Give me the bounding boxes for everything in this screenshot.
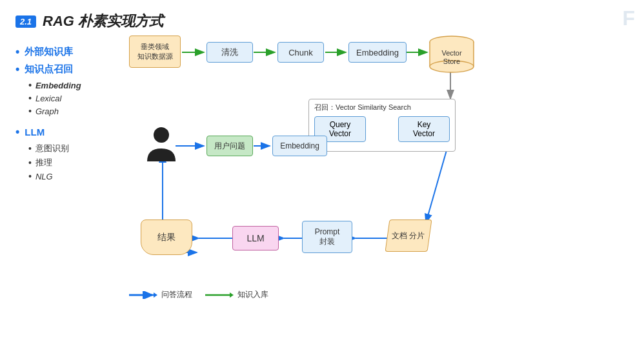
header: 2.1 RAG 朴素实现方式 [15,12,629,31]
arrows-svg [129,36,626,307]
box-doc-fragment: 文档 分片 [385,220,432,252]
bullet-knowledge-recall: 知识点召回 [15,63,125,76]
box-recall: 召回：Vector Similarity Search Query Vector… [308,99,456,152]
svg-marker-27 [154,292,157,298]
box-clean: 清洗 [206,42,253,63]
box-embedding-top: Embedding [348,42,407,63]
svg-point-24 [154,127,169,143]
box-source: 垂类领域 知识数据源 [129,36,181,68]
person-icon [143,126,179,168]
bullet-llm: LLM [15,125,125,139]
legend: 问答流程 知识入库 [129,289,268,300]
svg-text:Vector: Vector [441,49,462,57]
box-prompt: Prompt 封装 [302,221,352,253]
box-vector-store: Vector Store [427,36,476,73]
left-panel: 外部知识库 知识点召回 Embedding Lexical Graph LLM … [15,45,125,184]
bullet-lexical: Lexical [28,93,125,103]
svg-text:Store: Store [443,57,460,65]
diagram: 垂类领域 知识数据源 清洗 Chunk Embedding Vector Sto… [129,36,626,307]
box-user-question: 用户问题 [206,136,253,156]
section-badge: 2.1 [15,15,36,28]
box-chunk: Chunk [277,42,324,63]
bullet-external-kb: 外部知识库 [15,45,125,59]
slide: F 2.1 RAG 朴素实现方式 外部知识库 知识点召回 Embedding L… [0,0,644,337]
page-title: RAG 朴素实现方式 [43,12,163,31]
box-key-vector: Key Vector [398,116,450,142]
bullet-embedding: Embedding [28,80,125,90]
legend-kb: 知识入库 [205,289,268,300]
recall-title: 召回：Vector Similarity Search [314,103,411,112]
svg-marker-29 [230,292,234,298]
bullet-nlg: NLG [28,171,125,181]
bullet-intent: 意图识别 [28,143,125,154]
box-result: 结果 [141,220,192,255]
legend-qa: 问答流程 [129,289,192,300]
bullet-reasoning: 推理 [28,157,125,168]
bullet-graph: Graph [28,106,125,116]
box-embedding-mid: Embedding [272,136,327,156]
watermark: F [622,6,634,30]
box-llm: LLM [232,226,279,250]
